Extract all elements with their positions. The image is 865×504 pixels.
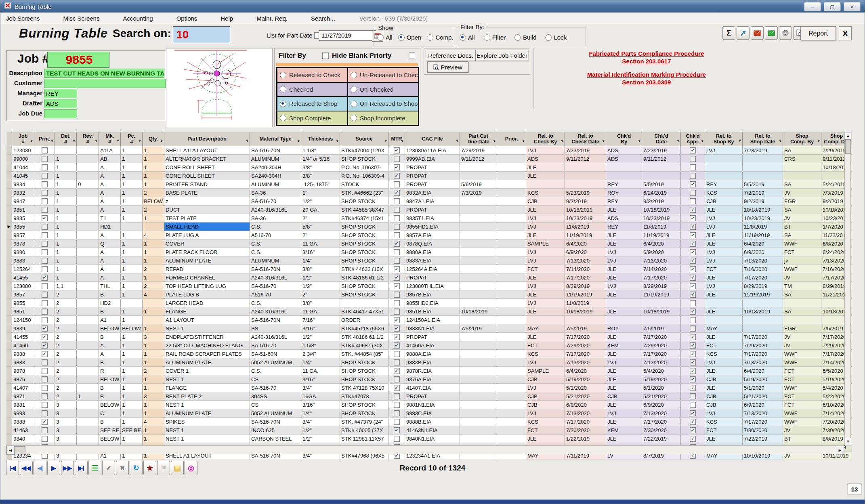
mtr-checkbox[interactable]: ✔ <box>394 275 400 281</box>
cell-mk[interactable]: SEE BE <box>99 426 121 435</box>
cell-mat[interactable]: A516-70 <box>250 290 301 299</box>
row-selector[interactable] <box>6 307 12 316</box>
prnt-checkbox[interactable] <box>42 317 48 323</box>
mtr-checkbox[interactable] <box>394 249 400 255</box>
cell-mk[interactable]: B <box>99 384 121 392</box>
cell-scb[interactable]: FCT <box>783 375 821 384</box>
cell-ca[interactable] <box>681 155 705 163</box>
cell-thk[interactable]: 3/16" <box>301 324 340 333</box>
cell-mk[interactable]: A <box>99 256 121 265</box>
ca-checkbox[interactable]: ✔ <box>690 232 696 238</box>
ca-checkbox[interactable] <box>690 317 696 323</box>
mail-red-button[interactable] <box>751 26 764 40</box>
cell-mtr[interactable] <box>388 180 405 189</box>
cell-prnt[interactable]: ✔ <box>34 350 55 358</box>
rewind-button[interactable]: ◀◀ <box>20 461 33 475</box>
cell-mk[interactable]: Q <box>99 239 121 248</box>
cell-cb[interactable]: JLE <box>606 273 642 282</box>
cell-rcb[interactable]: CJB <box>526 197 565 206</box>
cell-cd[interactable]: 7/29/2020 <box>642 341 681 350</box>
minimize-button[interactable]: — <box>804 2 821 11</box>
cell-mtr[interactable]: ✔ <box>388 273 405 282</box>
cell-desc[interactable]: SMALL HEAD <box>164 223 250 231</box>
cell-rsd[interactable]: 7/13/2020 <box>743 409 783 418</box>
cell-scb[interactable]: JV <box>783 189 821 197</box>
cell-prior[interactable] <box>497 418 526 426</box>
ca-checkbox[interactable]: ✔ <box>690 427 696 433</box>
cell-src[interactable]: P.O. No. 106307- <box>340 163 388 172</box>
cell-mk[interactable]: A <box>99 341 121 350</box>
cell-mat[interactable]: 5052 ALUMINUM <box>250 358 301 367</box>
cell-rsd[interactable]: 7/17/2020 <box>743 350 783 358</box>
cell-rcd[interactable]: 7/13/2020 <box>565 409 606 418</box>
cell-rcb[interactable]: CJB <box>526 375 565 384</box>
cell-prnt[interactable] <box>34 282 55 290</box>
cell-desc[interactable]: REPAD <box>164 265 250 273</box>
cell-ca[interactable]: ✔ <box>681 418 705 426</box>
prnt-checkbox[interactable] <box>42 190 48 196</box>
prnt-checkbox[interactable]: ✔ <box>42 215 48 221</box>
row-selector[interactable] <box>6 206 12 214</box>
menu-misc-screens[interactable]: Misc Screens <box>57 15 105 22</box>
cell-due[interactable] <box>460 358 497 367</box>
cell-job[interactable]: 9839 <box>12 324 34 333</box>
cell-mat[interactable]: CS <box>250 375 301 384</box>
cell-prior[interactable] <box>497 350 526 358</box>
cell-cac[interactable]: 9851B.EIA <box>405 307 460 316</box>
cell-prnt[interactable]: ✔ <box>34 418 55 426</box>
prnt-checkbox[interactable] <box>42 402 48 408</box>
cell-det[interactable]: 1 <box>55 223 77 231</box>
row-selector[interactable] <box>6 273 12 282</box>
prnt-checkbox[interactable]: ✔ <box>42 419 48 425</box>
cell-rev[interactable] <box>77 401 99 409</box>
cell-cac[interactable]: 9835T1.EIA <box>405 214 460 223</box>
cancel-button[interactable]: ✖ <box>116 461 129 475</box>
cell-rsb[interactable]: CJB <box>705 197 743 206</box>
cell-prior[interactable] <box>497 299 526 307</box>
cell-cac[interactable]: 9883A.EIA <box>405 256 460 265</box>
cell-rcb[interactable]: LVJ <box>526 256 565 265</box>
cell-cb[interactable]: LVJ <box>606 358 642 367</box>
cell-mat[interactable]: ALUMINUM <box>250 256 301 265</box>
cell-cd[interactable]: 11/8/2019 <box>642 223 681 231</box>
cell-pc[interactable]: 1 <box>121 163 143 172</box>
cell-due[interactable]: 7/29/2019 <box>460 146 497 155</box>
cell-src[interactable]: SHOP STOCK <box>340 155 388 163</box>
cell-det[interactable]: 2 <box>55 324 77 333</box>
cell-mk[interactable]: HD2 <box>99 299 121 307</box>
cell-mat[interactable]: SA-516-70 <box>250 341 301 350</box>
cell-mtr[interactable] <box>388 435 405 443</box>
cell-rsb[interactable]: JLE <box>705 290 743 299</box>
ca-checkbox[interactable]: ✔ <box>690 241 696 247</box>
cell-src[interactable]: STK 44585 38X47 <box>340 206 388 214</box>
row-selector[interactable] <box>6 146 12 155</box>
cell-rcb[interactable]: KCS <box>526 418 565 426</box>
cell-rsb[interactable]: JLE <box>705 384 743 392</box>
cell-mtr[interactable] <box>388 350 405 358</box>
cell-ca[interactable]: ✔ <box>681 384 705 392</box>
cell-desc[interactable]: COVER 1 <box>164 367 250 375</box>
cell-cd[interactable]: 6/24/2019 <box>642 189 681 197</box>
cell-det[interactable]: 2 <box>55 333 77 341</box>
cell-job[interactable]: 123080 <box>12 146 34 155</box>
cell-scb[interactable]: BT <box>783 435 821 443</box>
cell-qty[interactable]: 1 <box>143 341 164 350</box>
cell-prnt[interactable] <box>34 223 55 231</box>
cell-rsd[interactable]: 11/8/2019 <box>743 223 783 231</box>
cell-mat[interactable]: SA-516-70 <box>250 384 301 392</box>
row-selector[interactable] <box>6 375 12 384</box>
cell-det[interactable]: 2 <box>55 299 77 307</box>
prnt-checkbox[interactable] <box>42 156 48 162</box>
cell-due[interactable] <box>460 248 497 256</box>
cell-mat[interactable]: CS <box>250 401 301 409</box>
cell-scb[interactable]: JV <box>783 426 821 435</box>
cell-due[interactable] <box>460 418 497 426</box>
cell-due[interactable] <box>460 409 497 418</box>
cell-cd[interactable]: 11/19/2019 <box>642 231 681 239</box>
cell-prior[interactable] <box>497 409 526 418</box>
cell-rsd[interactable]: 5/21/2020 <box>743 392 783 401</box>
cell-desc[interactable]: ALUMINUM PLATE <box>164 358 250 367</box>
cell-det[interactable]: 1 <box>55 189 77 197</box>
cell-pc[interactable]: 1 <box>121 214 143 223</box>
cell-rcb[interactable]: LVJ <box>526 358 565 367</box>
